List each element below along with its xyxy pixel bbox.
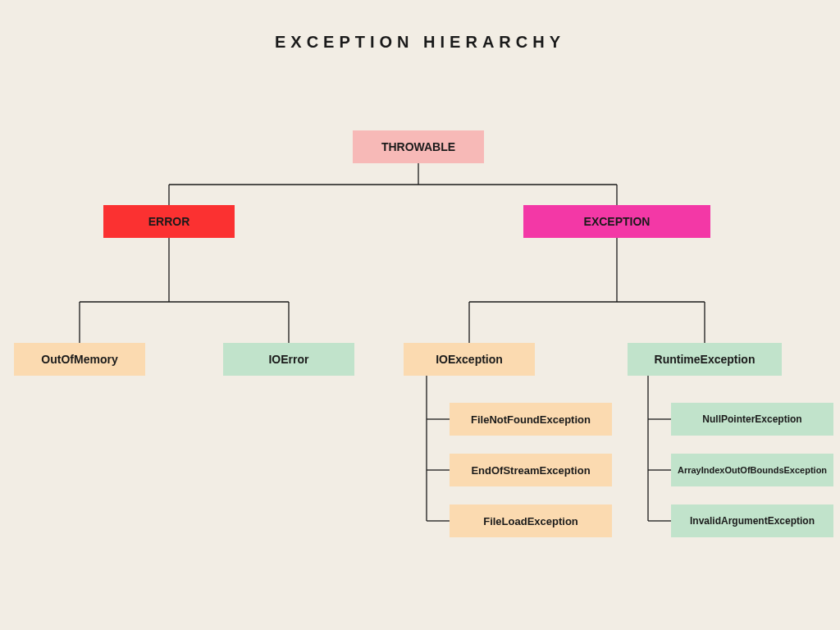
node-arrayindexoutofboundsexception: ArrayIndexOutOfBoundsException [671, 454, 833, 486]
node-nullpointerexception: NullPointerException [671, 403, 833, 436]
node-fileloadexception: FileLoadException [450, 504, 612, 537]
node-endofstreamexception: EndOfStreamException [450, 454, 612, 486]
node-invalidargumentexception: InvalidArgumentException [671, 504, 833, 537]
node-error: ERROR [103, 205, 235, 238]
node-outofmemory: OutOfMemory [14, 343, 145, 376]
diagram-title: EXCEPTION HIERARCHY [0, 33, 840, 52]
node-filenotfoundexception: FileNotFoundException [450, 403, 612, 436]
node-ioerror: IOError [223, 343, 354, 376]
node-throwable: THROWABLE [353, 130, 484, 163]
node-ioexception: IOException [404, 343, 535, 376]
node-exception: EXCEPTION [523, 205, 710, 238]
node-runtimeexception: RuntimeException [628, 343, 782, 376]
